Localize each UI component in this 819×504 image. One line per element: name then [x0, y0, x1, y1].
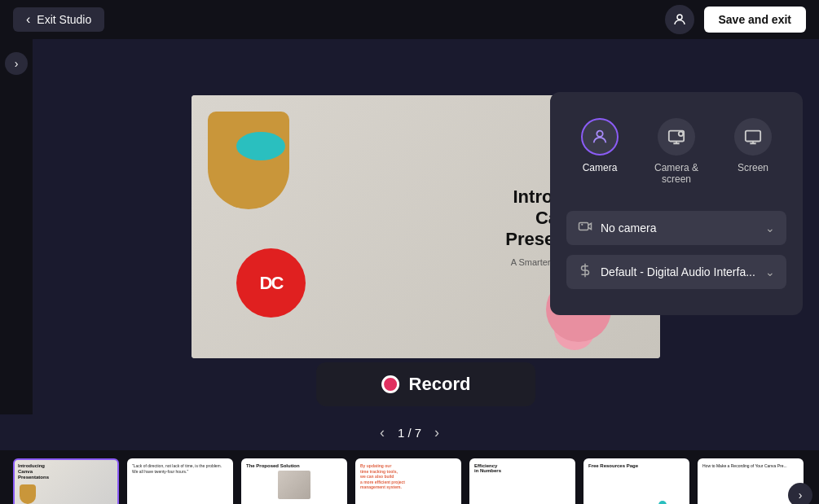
camera-select-value: No camera: [601, 221, 656, 234]
camera-select-button[interactable]: No camera ⌄: [566, 211, 786, 245]
camera-select-chevron-icon: ⌄: [765, 221, 775, 234]
thumb-2-title: "Lack of direction, not lack of time, is…: [132, 463, 228, 474]
svg-point-0: [677, 15, 682, 20]
thumb-1-title: IntroducingCanvaPresentatons: [18, 463, 114, 481]
thumbnail-4[interactable]: By updating ourtime tracking tools,we ca…: [355, 458, 461, 504]
record-dot-icon: [381, 375, 399, 393]
thumb-6-title: Free Resources Page: [588, 463, 685, 468]
thumb-3-img: [278, 471, 310, 499]
header: ‹ Exit Studio Save and exit: [0, 0, 819, 39]
thumb-1-gold: [20, 484, 36, 504]
thumbnail-5[interactable]: Efficiencyin Numbers: [469, 458, 575, 504]
svg-rect-4: [746, 131, 760, 142]
camera-mode-label: Camera: [583, 162, 618, 173]
dc-logo: DC: [236, 248, 306, 318]
save-exit-label: Save and exit: [719, 13, 792, 26]
audio-select-icon: [578, 263, 592, 281]
thumbnail-6[interactable]: Free Resources Page: [583, 458, 689, 504]
thumb-5-title: Efficiencyin Numbers: [474, 463, 570, 473]
current-page: 1: [398, 426, 404, 440]
camera-select-icon: [578, 219, 592, 237]
gold-shape: [208, 112, 289, 209]
chevron-left-icon: ‹: [26, 12, 30, 27]
exit-studio-label: Exit Studio: [37, 13, 91, 26]
camera-select-inner: No camera: [578, 219, 656, 237]
prev-slide-button[interactable]: ›: [5, 52, 28, 75]
thumbnail-2[interactable]: "Lack of direction, not lack of time, is…: [127, 458, 233, 504]
main-area: › DC Introducing Canva Presentatons A Sm…: [0, 39, 819, 414]
record-label: Record: [409, 374, 471, 395]
thumbnails-bar: IntroducingCanvaPresentatons "Lack of di…: [0, 450, 819, 504]
save-exit-button[interactable]: Save and exit: [704, 7, 807, 33]
profile-button[interactable]: [665, 5, 694, 34]
thumbnail-3[interactable]: The Proposed Solution: [241, 458, 347, 504]
thumbnails-next-button[interactable]: ›: [788, 483, 812, 504]
thumb-4-title: By updating ourtime tracking tools,we ca…: [360, 463, 456, 490]
screen-mode-icon-wrap: [734, 118, 772, 156]
left-sidebar: ›: [0, 39, 33, 414]
recording-options-panel: Camera Camera & screen: [550, 92, 803, 315]
page-separator: /: [407, 426, 414, 440]
svg-rect-5: [579, 223, 588, 230]
pagination-bar: ‹ 1 / 7 ›: [0, 414, 819, 450]
header-actions: Save and exit: [665, 5, 807, 34]
thumb-7-title: How to Make a Recording of Your Canva Pr…: [702, 463, 799, 469]
mode-options: Camera Camera & screen: [566, 108, 786, 195]
total-pages: 7: [415, 426, 421, 440]
audio-select-chevron-icon: ⌄: [765, 265, 775, 278]
screen-mode-button[interactable]: Screen: [720, 108, 786, 195]
prev-page-button[interactable]: ‹: [380, 424, 385, 441]
exit-studio-button[interactable]: ‹ Exit Studio: [13, 7, 104, 32]
camera-screen-mode-button[interactable]: Camera & screen: [643, 108, 710, 195]
page-indicator: 1 / 7: [398, 426, 421, 440]
thumbnail-1[interactable]: IntroducingCanvaPresentatons: [13, 458, 119, 504]
camera-mode-icon-wrap: [581, 118, 619, 156]
svg-point-1: [597, 131, 602, 137]
record-bar[interactable]: Record: [316, 362, 536, 406]
svg-point-3: [679, 132, 684, 137]
screen-mode-label: Screen: [738, 162, 768, 173]
next-page-button[interactable]: ›: [434, 424, 439, 441]
audio-select-value: Default - Digital Audio Interfa...: [601, 265, 755, 278]
camera-mode-button[interactable]: Camera: [566, 108, 633, 195]
thumb-6-shape: [658, 501, 683, 504]
thumb-3-title: The Proposed Solution: [246, 463, 342, 468]
teal-shape: [236, 132, 285, 160]
audio-select-button[interactable]: Default - Digital Audio Interfa... ⌄: [566, 255, 786, 289]
camera-screen-mode-label: Camera & screen: [654, 162, 698, 185]
camera-screen-mode-icon-wrap: [658, 118, 695, 156]
audio-select-inner: Default - Digital Audio Interfa...: [578, 263, 755, 281]
